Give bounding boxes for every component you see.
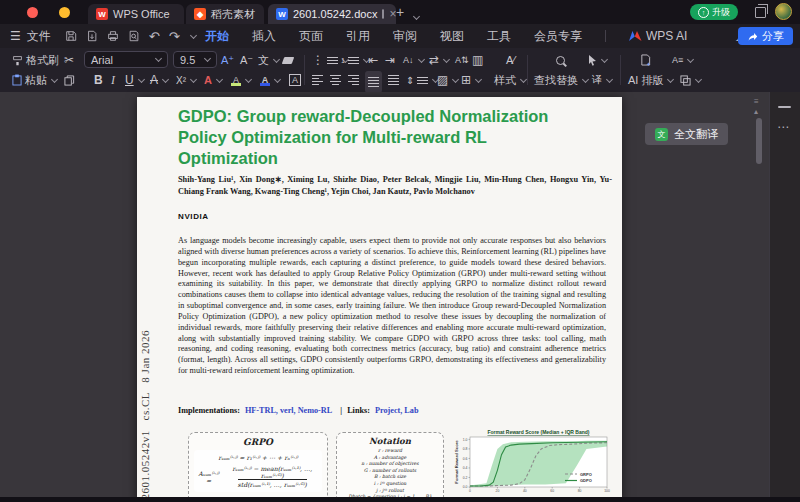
print-icon[interactable] (107, 30, 119, 42)
clear-format-button[interactable] (283, 51, 293, 69)
tab-reference[interactable]: 引用 (346, 28, 370, 45)
strikethrough-button[interactable]: A (150, 71, 168, 89)
ai-doc-button[interactable] (640, 51, 651, 69)
tab-member[interactable]: 会员专享 (534, 28, 582, 45)
char-border-button[interactable]: A (289, 71, 301, 89)
paste-button[interactable]: 粘贴 (12, 71, 57, 89)
close-button[interactable] (27, 7, 38, 18)
font-color-button[interactable]: A (260, 71, 280, 89)
select-button[interactable] (588, 51, 607, 69)
more-layout-button[interactable] (680, 71, 701, 89)
align-left-button[interactable] (312, 71, 323, 89)
copy-icon (64, 75, 75, 86)
save-icon[interactable] (65, 30, 77, 42)
show-marks-button[interactable]: ▥ (472, 51, 483, 69)
new-tab-button[interactable]: + (396, 4, 404, 20)
chevron-down-icon (190, 75, 197, 82)
text-direction-icon: A↓ (403, 55, 414, 65)
superscript-button[interactable]: X² (176, 71, 196, 89)
wps-ai-button[interactable]: WPS AI (629, 29, 687, 43)
increase-indent-button[interactable]: ⇥ (385, 51, 395, 69)
implementation-links[interactable]: HF-TRL, verl, Nemo-RL (245, 406, 332, 415)
tab-wps-office[interactable]: W WPS Office (88, 4, 184, 24)
decrease-font-button[interactable]: A⁻ (240, 51, 253, 69)
translate-icon: 译 (592, 73, 602, 87)
tab-insert[interactable]: 插入 (252, 28, 276, 45)
page[interactable]: GDPO: Group reward-Decoupled Normalizati… (137, 97, 622, 502)
multi-window-icon[interactable] (755, 7, 766, 18)
font-family-select[interactable]: Arial (84, 51, 168, 68)
ruler-toggle-icon[interactable]: ≡ (754, 98, 759, 106)
tab-page[interactable]: 页面 (299, 28, 323, 45)
font-size-select[interactable]: 9.5 (173, 51, 217, 68)
more-commands-icon[interactable] (190, 31, 197, 38)
reward-chart: 0.00.20.40.60.81.0020406080100Format Rew… (453, 428, 613, 500)
chevron-down-icon (413, 13, 420, 20)
ai-layout-button[interactable]: AI 排版 (628, 71, 673, 89)
divider (304, 55, 305, 85)
project-links[interactable]: Project, Lab (375, 406, 419, 415)
translate-button[interactable]: 译 (592, 71, 612, 89)
eraser-icon (282, 57, 295, 64)
scrollbar-thumb[interactable] (756, 118, 762, 164)
wrap-icon: ⇄ (429, 53, 439, 67)
tab-list-button[interactable] (412, 6, 419, 22)
svg-text:0.0: 0.0 (463, 485, 468, 489)
share-button[interactable]: 分享 (738, 27, 793, 45)
sort-button[interactable]: A⇅ (455, 51, 469, 69)
divider (620, 55, 621, 85)
distribute-button[interactable] (388, 71, 399, 89)
tab-document[interactable]: W 2601.05242.docx × (268, 4, 396, 24)
tab-view[interactable]: 视图 (440, 28, 464, 45)
pinyin-guide-button[interactable]: 文 (258, 51, 279, 69)
divider (527, 55, 528, 85)
chevron-down-icon (475, 75, 482, 82)
text-tool-button[interactable]: A⁄ (506, 51, 515, 69)
redo-icon[interactable]: ↷ (169, 29, 180, 44)
wrap-button[interactable]: ⇄ (429, 51, 449, 69)
numbered-list-button[interactable]: 1 (341, 51, 369, 69)
borders-button[interactable]: ⊞ (461, 71, 481, 89)
highlight-color-button[interactable]: A (231, 71, 251, 89)
chevron-down-icon (452, 75, 459, 82)
decrease-indent-button[interactable]: ⇤ (368, 51, 378, 69)
upgrade-button[interactable]: ↑ 升级 (690, 4, 738, 20)
scroll-up-icon[interactable]: ▴ (754, 108, 758, 116)
file-menu[interactable]: 文件 (27, 28, 51, 45)
text-direction-button[interactable]: A↓ (403, 51, 424, 69)
export-icon[interactable] (86, 30, 98, 42)
underline-button[interactable]: U (125, 71, 144, 89)
svg-text:0: 0 (469, 489, 471, 493)
fulltext-translate-button[interactable]: 文 全文翻译 (645, 123, 728, 145)
tab-tools[interactable]: 工具 (487, 28, 511, 45)
format-painter-button[interactable]: 格式刷 (12, 51, 59, 69)
undo-icon[interactable]: ↶ (149, 29, 160, 44)
bold-button[interactable]: B (94, 71, 103, 89)
hamburger-icon[interactable]: ☰ (10, 29, 21, 43)
display-mode-icon[interactable] (382, 9, 384, 19)
text-effects-button[interactable]: A (204, 71, 222, 89)
justify-button[interactable] (365, 71, 382, 93)
copy-button[interactable] (64, 71, 75, 89)
cut-button[interactable]: ✂ (64, 51, 74, 69)
user-avatar[interactable] (775, 3, 792, 20)
chevron-down-icon (520, 75, 527, 82)
text-format-button[interactable]: A≡ (672, 51, 693, 69)
tab-home[interactable]: 开始 (205, 28, 229, 45)
align-center-button[interactable] (330, 71, 341, 89)
sidebar-more-button[interactable]: ⋯ (777, 120, 790, 134)
print-preview-icon[interactable] (128, 30, 140, 42)
minimize-button[interactable] (59, 7, 70, 18)
upgrade-arrow-icon: ↑ (698, 7, 709, 18)
tab-review[interactable]: 审阅 (393, 28, 417, 45)
increase-font-button[interactable]: A⁺ (221, 51, 234, 69)
find-replace-button[interactable]: 查找替换 (534, 71, 588, 89)
sidebar-collapse-button[interactable] (778, 106, 791, 108)
align-right-button[interactable] (348, 71, 359, 89)
styles-button[interactable]: 样式 (494, 71, 526, 89)
tab-docer[interactable]: ◆ 稻壳素材 (186, 4, 264, 24)
find-icon-button[interactable] (556, 51, 565, 69)
italic-button[interactable]: I (111, 71, 115, 89)
shading-button[interactable]: ▨ (437, 71, 458, 89)
line-spacing-button[interactable]: ⇕ (406, 71, 438, 89)
